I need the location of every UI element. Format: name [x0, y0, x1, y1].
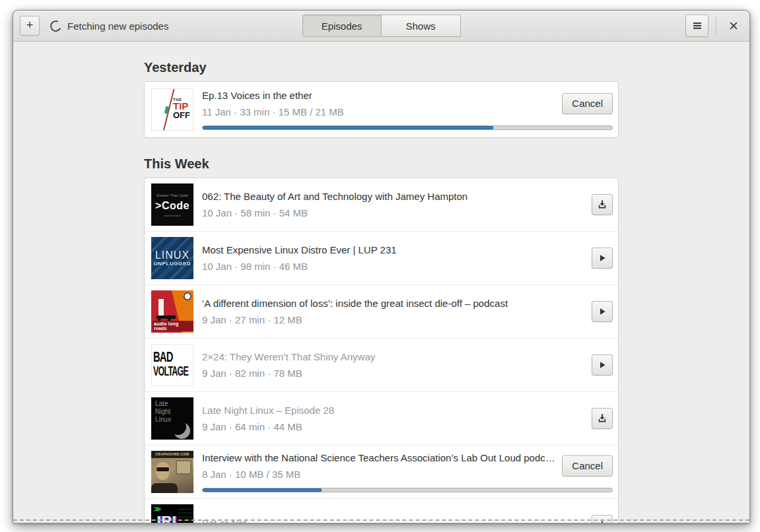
download-button[interactable] [592, 515, 613, 523]
artwork-text: audio long reads [153, 321, 193, 331]
play-icon [597, 306, 607, 317]
episode-meta: 9 Jan · 64 min · 44 MB [202, 421, 585, 432]
episode-row[interactable]: Late Night Linux Late Night Linux – Epis… [145, 391, 618, 445]
artwork-chair [158, 299, 164, 317]
download-progress-fill [203, 488, 322, 492]
episode-row[interactable]: BAD VOLTAGE 2×24: They Weren’t That Shin… [145, 338, 618, 391]
play-icon [597, 253, 607, 263]
tab-episodes[interactable]: Episodes [302, 15, 382, 37]
section-title-this-week: This Week [144, 155, 619, 172]
episode-row[interactable]: Greater Than Code >Code 062: The Beauty … [145, 178, 618, 231]
play-button[interactable] [592, 301, 613, 322]
episode-row[interactable]: LINUX UNPLUGGED Most Expensive Linux Dis… [145, 231, 618, 284]
podcast-artwork-the-tip-off: THE TIP OFF [151, 88, 193, 131]
podcast-artwork-late-night-linux: Late Night Linux [151, 397, 193, 440]
episode-row[interactable]: CRAPHOUND.COM Interview with the Nationa… [145, 445, 618, 498]
artwork-text: UNPLUGGED [154, 261, 191, 267]
play-button[interactable] [592, 248, 613, 269]
episode-meta: 10 Jan · 58 min · 54 MB [202, 207, 585, 218]
artwork-text: Greater Than Code [156, 193, 188, 197]
close-window-button[interactable] [725, 17, 742, 34]
loading-spinner-icon [49, 18, 63, 33]
podcast-artwork-craphound: CRAPHOUND.COM [151, 451, 193, 493]
podcast-artwork-audio-long-reads: audio long reads [151, 290, 193, 333]
close-icon [729, 21, 738, 30]
download-progressbar [202, 125, 613, 130]
download-icon [597, 413, 607, 424]
episode-row[interactable]: THE TIP OFF Ep.13 Voices in the ether 11… [145, 82, 618, 137]
podcast-artwork-linux-unplugged: LINUX UNPLUGGED [151, 237, 193, 279]
artwork-text: CRAPHOUND.COM [151, 451, 193, 458]
artwork-decoration [164, 215, 181, 216]
scroll-undershoot-indicator [13, 519, 749, 521]
artwork-text: VOLTAGE [153, 364, 184, 378]
play-icon [597, 360, 607, 370]
header-bar: + Fetching new episodes Episodes Shows [13, 11, 749, 42]
yesterday-card: THE TIP OFF Ep.13 Voices in the ether 11… [144, 81, 619, 138]
download-button[interactable] [592, 408, 613, 429]
artwork-text: BAD [153, 350, 186, 364]
artwork-decoration [184, 292, 191, 300]
download-icon [597, 199, 607, 210]
episode-title: ‘A different dimension of loss’: inside … [202, 298, 585, 309]
episode-meta: 9 Jan · 27 min · 12 MB [202, 314, 585, 325]
episode-meta: 11 Jan · 33 min · 15 MB / 21 MB [202, 106, 555, 117]
episode-row[interactable]: audio long reads ‘A different dimension … [145, 284, 618, 338]
artwork-moon [170, 418, 186, 435]
download-button[interactable] [592, 194, 613, 215]
menu-button[interactable] [685, 15, 708, 37]
episode-title: Ep.13 Voices in the ether [202, 90, 555, 101]
episode-title: Late Night Linux – Episode 28 [202, 405, 585, 416]
episode-title: 2×24: They Weren’t That Shiny Anyway [202, 351, 585, 362]
cancel-download-button[interactable]: Cancel [562, 93, 613, 114]
artwork-decoration [151, 483, 178, 493]
header-right-controls [685, 15, 743, 37]
episodes-view: Yesterday THE TIP OFF [13, 42, 749, 523]
download-progress-fill [203, 126, 493, 129]
episode-meta: 10 Jan · 98 min · 46 MB [202, 261, 585, 272]
status-text: Fetching new episodes [67, 20, 168, 32]
view-switcher: Episodes Shows [302, 15, 461, 37]
play-button[interactable] [592, 354, 613, 376]
artwork-text: Late [155, 400, 193, 408]
artwork-decoration [176, 460, 191, 475]
hamburger-icon [692, 20, 703, 31]
section-title-yesterday: Yesterday [144, 59, 619, 76]
episode-title: Interview with the National Science Teac… [202, 452, 555, 463]
tab-shows[interactable]: Shows [382, 15, 461, 37]
episode-meta: 9 Jan · 82 min · 78 MB [202, 368, 585, 379]
artwork-text: THE TIP OFF [172, 98, 191, 119]
artwork-text: Night [155, 408, 193, 416]
podcast-artwork-greater-than-code: Greater Than Code >Code [151, 183, 193, 226]
this-week-card: Greater Than Code >Code 062: The Beauty … [144, 178, 619, 523]
podcast-artwork-bad-voltage: BAD VOLTAGE [151, 344, 193, 386]
header-divider [716, 17, 716, 35]
artwork-glasses [156, 467, 169, 471]
app-window: + Fetching new episodes Episodes Shows [13, 10, 750, 523]
artwork-text: LINUX [155, 250, 190, 261]
cancel-download-button[interactable]: Cancel [562, 455, 613, 477]
artwork-text: >Code [155, 200, 190, 212]
download-progressbar [202, 488, 613, 492]
episode-title: Most Expensive Linux Distro Ever | LUP 2… [202, 244, 585, 255]
episode-meta: 8 Jan · 10 MB / 35 MB [202, 469, 555, 480]
episode-title: 062: The Beauty of Art and Technology wi… [202, 191, 585, 202]
add-podcast-button[interactable]: + [20, 16, 40, 36]
